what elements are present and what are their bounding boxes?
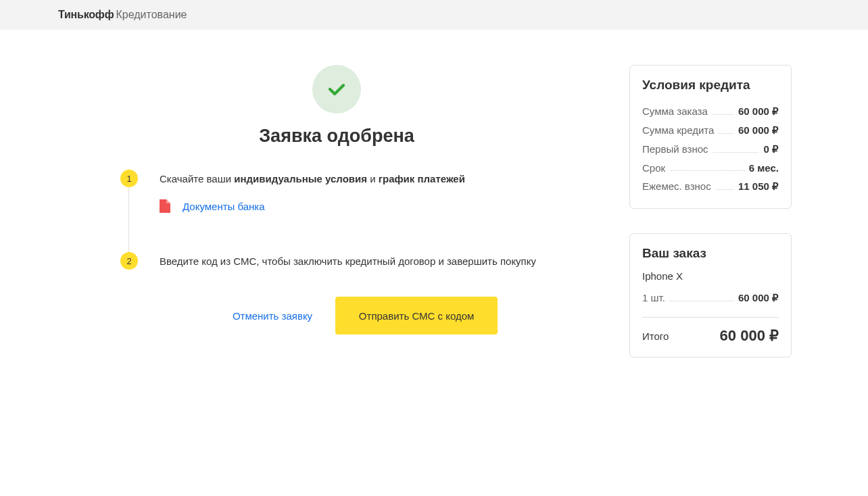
documents-label: Документы банка [183,201,265,212]
check-icon [325,78,348,101]
step-2-text: Введите код из СМС, чтобы заключить кред… [160,254,553,268]
step-1: 1 Скачайте ваши индивидуальные условия и… [120,170,553,252]
order-total-value: 60 000 ₽ [720,327,779,345]
credit-row: Сумма заказа60 000 ₽ [642,102,779,121]
page-title: Заявка одобрена [76,126,597,147]
actions: Отменить заявку Отправить СМС с кодом [160,297,553,334]
brand-bold: Тинькофф [58,9,114,21]
brand-light: Кредитование [116,9,187,21]
divider [642,317,779,318]
credit-row: Первый взнос0 ₽ [642,140,779,159]
step-2: 2 Введите код из СМС, чтобы заключить кр… [120,252,553,297]
file-icon [160,199,170,213]
credit-row: Сумма кредита60 000 ₽ [642,121,779,140]
credit-terms-card: Условия кредита Сумма заказа60 000 ₽ Сум… [629,65,792,209]
order-item-name: Iphone X [642,270,779,282]
header: Тинькофф Кредитование [0,0,868,30]
order-total-label: Итого [642,330,669,342]
step-connector [128,187,129,259]
send-sms-button[interactable]: Отправить СМС с кодом [335,297,498,334]
success-circle [312,65,361,114]
main-content: Заявка одобрена 1 Скачайте ваши индивиду… [76,65,597,382]
documents-link[interactable]: Документы банка [160,199,553,213]
step-1-marker: 1 [120,170,138,187]
credit-terms-title: Условия кредита [642,78,779,93]
order-qty-row: 1 шт.60 000 ₽ [642,289,779,307]
order-title: Ваш заказ [642,246,779,261]
order-total-row: Итого 60 000 ₽ [642,327,779,345]
credit-row: Срок6 мес. [642,159,779,177]
cancel-button[interactable]: Отменить заявку [215,297,330,334]
step-1-text: Скачайте ваши индивидуальные условия и г… [160,172,553,186]
step-2-marker: 2 [120,252,138,270]
order-card: Ваш заказ Iphone X 1 шт.60 000 ₽ Итого 6… [629,233,792,357]
credit-row: Ежемес. взнос11 050 ₽ [642,177,779,196]
